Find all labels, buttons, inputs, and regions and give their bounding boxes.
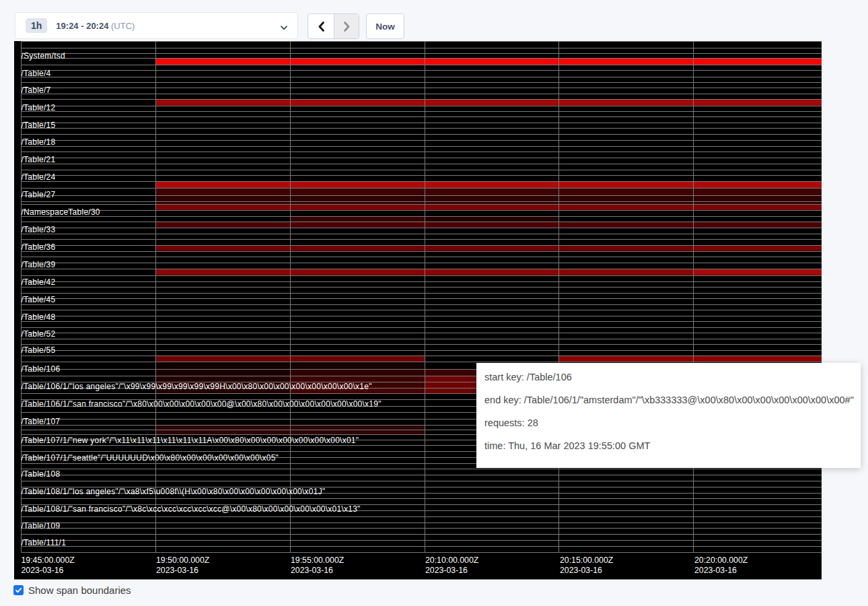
- svg-text:2023-03-16: 2023-03-16: [560, 566, 602, 575]
- svg-text:/NamespaceTable/30: /NamespaceTable/30: [22, 207, 100, 217]
- svg-text:/System/tsd: /System/tsd: [22, 51, 65, 61]
- svg-text:2023-03-16: 2023-03-16: [425, 566, 468, 575]
- svg-text:/Table/108: /Table/108: [22, 469, 61, 479]
- svg-text:19:55:00.000Z: 19:55:00.000Z: [291, 556, 345, 565]
- svg-text:2023-03-16: 2023-03-16: [156, 566, 198, 575]
- svg-text:/Table/108/1/"san francisco"/": /Table/108/1/"san francisco"/"\x8c\xcc\x…: [22, 504, 361, 514]
- svg-text:/Table/27: /Table/27: [22, 190, 56, 199]
- svg-text:/Table/55: /Table/55: [22, 345, 56, 355]
- svg-text:2023-03-16: 2023-03-16: [694, 566, 737, 575]
- svg-text:/Table/106: /Table/106: [22, 364, 61, 374]
- svg-text:2023-03-16: 2023-03-16: [22, 566, 64, 575]
- svg-text:/Table/4: /Table/4: [22, 69, 51, 78]
- svg-text:/Table/7: /Table/7: [22, 86, 51, 95]
- svg-text:20:20:00.000Z: 20:20:00.000Z: [694, 556, 748, 565]
- svg-text:/Table/24: /Table/24: [22, 172, 56, 182]
- svg-text:2023-03-16: 2023-03-16: [291, 566, 333, 575]
- svg-text:/Table/107: /Table/107: [22, 417, 61, 426]
- svg-text:/Table/111/1: /Table/111/1: [22, 538, 67, 547]
- svg-text:/Table/48: /Table/48: [22, 312, 56, 322]
- svg-text:/Table/108/1/"los angeles"/"\x: /Table/108/1/"los angeles"/"\xa8\xf5\u00…: [22, 487, 326, 496]
- svg-text:/Table/107/1/"seattle"/"UUUUUU: /Table/107/1/"seattle"/"UUUUUUD\x00\x80\…: [22, 453, 279, 463]
- svg-text:19:45:00.000Z: 19:45:00.000Z: [22, 556, 75, 565]
- svg-text:/Table/45: /Table/45: [22, 295, 56, 304]
- svg-text:/Table/107/1/"new york"/"\x11\: /Table/107/1/"new york"/"\x11\x11\x11\x1…: [22, 436, 359, 445]
- svg-text:/Table/18: /Table/18: [22, 137, 56, 147]
- svg-text:/Table/36: /Table/36: [22, 242, 56, 252]
- svg-text:20:15:00.000Z: 20:15:00.000Z: [560, 556, 614, 565]
- svg-text:/Table/15: /Table/15: [22, 121, 56, 130]
- svg-text:/Table/33: /Table/33: [22, 225, 56, 234]
- svg-text:/Table/109: /Table/109: [22, 521, 61, 531]
- svg-text:/Table/106/1/"san francisco"/": /Table/106/1/"san francisco"/"\x80\x00\x…: [22, 399, 382, 409]
- svg-text:/Table/21: /Table/21: [22, 155, 56, 164]
- svg-text:/Table/39: /Table/39: [22, 260, 56, 269]
- svg-text:19:50:00.000Z: 19:50:00.000Z: [156, 556, 210, 565]
- svg-text:/Table/106/1/"los angeles"/"\x: /Table/106/1/"los angeles"/"\x99\x99\x99…: [22, 382, 372, 391]
- svg-text:/Table/52: /Table/52: [22, 329, 56, 339]
- svg-text:/Table/12: /Table/12: [22, 103, 56, 112]
- svg-text:20:10:00.000Z: 20:10:00.000Z: [425, 556, 479, 565]
- svg-text:/Table/42: /Table/42: [22, 277, 56, 287]
